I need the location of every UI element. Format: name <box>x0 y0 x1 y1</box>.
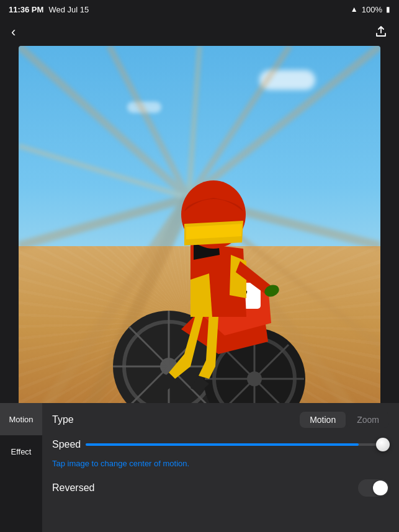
speed-label: Speed <box>52 439 81 450</box>
speed-slider-track[interactable] <box>86 443 389 446</box>
speed-slider-thumb[interactable] <box>376 438 390 451</box>
back-button[interactable]: ‹ <box>6 20 20 44</box>
hint-text: Tap image to change center of motion. <box>52 459 389 468</box>
sidebar-motion-label: Motion <box>9 415 33 424</box>
type-motion-button[interactable]: Motion <box>300 412 346 428</box>
battery-percent: 100% <box>362 5 382 14</box>
sidebar-item-effect[interactable]: Effect <box>0 435 42 468</box>
nav-bar: ‹ <box>0 19 399 46</box>
type-row: Type Motion Zoom <box>52 412 389 428</box>
speed-slider-fill <box>86 443 359 446</box>
reversed-toggle[interactable] <box>358 479 389 497</box>
status-date: Wed Jul 15 <box>48 5 89 14</box>
bottom-panel: Motion Effect Type Motion Zoom Speed <box>0 403 399 532</box>
right-panel: Type Motion Zoom Speed Tap image to chan… <box>42 403 399 532</box>
rider-bike-svg: 27 <box>94 106 305 441</box>
sidebar-item-motion[interactable]: Motion <box>0 403 42 435</box>
toggle-knob <box>373 481 388 495</box>
sidebar-effect-label: Effect <box>11 447 31 456</box>
reversed-row: Reversed <box>52 479 389 497</box>
status-time: 11:36 PM <box>9 5 43 14</box>
type-zoom-button[interactable]: Zoom <box>347 412 389 428</box>
speed-row: Speed <box>52 439 389 450</box>
type-buttons: Motion Zoom <box>300 412 389 428</box>
photo-area[interactable]: 27 <box>19 46 380 446</box>
cloud-1 <box>259 70 315 90</box>
sidebar: Motion Effect <box>0 403 42 532</box>
status-bar: 11:36 PM Wed Jul 15 ▲ 100% ▮ <box>0 0 399 19</box>
reversed-label: Reversed <box>52 482 94 494</box>
wifi-icon: ▲ <box>351 5 358 14</box>
speed-slider-container <box>86 443 389 446</box>
battery-icon: ▮ <box>386 5 390 14</box>
type-label: Type <box>52 414 74 425</box>
share-button[interactable] <box>369 20 393 45</box>
